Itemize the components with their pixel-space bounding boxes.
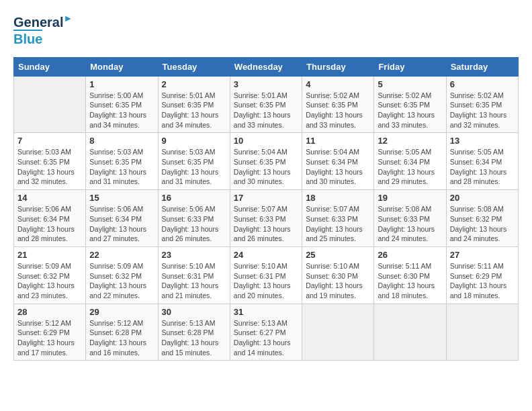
calendar-cell: 8Sunrise: 5:03 AMSunset: 6:35 PMDaylight… <box>86 133 158 190</box>
calendar-cell: 22Sunrise: 5:09 AMSunset: 6:32 PMDayligh… <box>86 246 158 304</box>
calendar-cell: 27Sunrise: 5:11 AMSunset: 6:29 PMDayligh… <box>446 246 518 304</box>
calendar-cell: 3Sunrise: 5:01 AMSunset: 6:35 PMDaylight… <box>230 76 302 133</box>
calendar-cell: 31Sunrise: 5:13 AMSunset: 6:27 PMDayligh… <box>230 304 302 361</box>
day-number: 1 <box>89 79 154 89</box>
calendar-cell: 14Sunrise: 5:06 AMSunset: 6:34 PMDayligh… <box>14 190 86 247</box>
day-info: Sunrise: 5:06 AMSunset: 6:34 PMDaylight:… <box>17 204 82 244</box>
day-number: 6 <box>450 79 515 89</box>
calendar-cell: 15Sunrise: 5:06 AMSunset: 6:34 PMDayligh… <box>86 190 158 247</box>
week-row-1: 1Sunrise: 5:00 AMSunset: 6:35 PMDaylight… <box>14 76 519 133</box>
day-info: Sunrise: 5:02 AMSunset: 6:35 PMDaylight:… <box>378 91 442 130</box>
day-number: 29 <box>89 307 154 317</box>
day-info: Sunrise: 5:06 AMSunset: 6:33 PMDaylight:… <box>162 204 226 244</box>
day-number: 25 <box>306 250 370 260</box>
calendar-cell <box>14 76 86 133</box>
calendar-cell: 23Sunrise: 5:10 AMSunset: 6:31 PMDayligh… <box>158 246 230 304</box>
calendar-cell <box>446 304 518 361</box>
day-header-friday: Friday <box>374 57 446 76</box>
day-header-sunday: Sunday <box>14 57 86 76</box>
day-info: Sunrise: 5:03 AMSunset: 6:35 PMDaylight:… <box>17 147 82 187</box>
calendar-cell: 5Sunrise: 5:02 AMSunset: 6:35 PMDaylight… <box>374 76 446 133</box>
header-row: SundayMondayTuesdayWednesdayThursdayFrid… <box>14 57 519 76</box>
page-header: General► Blue <box>13 13 519 46</box>
calendar-cell <box>302 304 374 361</box>
day-number: 28 <box>17 307 82 317</box>
calendar-cell: 6Sunrise: 5:02 AMSunset: 6:35 PMDaylight… <box>446 76 518 133</box>
day-info: Sunrise: 5:09 AMSunset: 6:32 PMDaylight:… <box>89 261 154 301</box>
day-info: Sunrise: 5:02 AMSunset: 6:35 PMDaylight:… <box>450 91 515 130</box>
week-row-5: 28Sunrise: 5:12 AMSunset: 6:29 PMDayligh… <box>14 304 519 361</box>
day-number: 19 <box>378 193 442 203</box>
logo-blue: Blue <box>13 30 42 46</box>
calendar-cell: 2Sunrise: 5:01 AMSunset: 6:35 PMDaylight… <box>158 76 230 133</box>
week-row-2: 7Sunrise: 5:03 AMSunset: 6:35 PMDaylight… <box>14 133 519 190</box>
day-info: Sunrise: 5:07 AMSunset: 6:33 PMDaylight:… <box>306 204 370 244</box>
day-number: 12 <box>378 136 442 146</box>
day-info: Sunrise: 5:03 AMSunset: 6:35 PMDaylight:… <box>162 147 226 187</box>
calendar-cell: 20Sunrise: 5:08 AMSunset: 6:32 PMDayligh… <box>446 190 518 247</box>
day-number: 3 <box>234 79 298 89</box>
day-info: Sunrise: 5:05 AMSunset: 6:34 PMDaylight:… <box>378 147 442 187</box>
day-info: Sunrise: 5:07 AMSunset: 6:33 PMDaylight:… <box>234 204 298 244</box>
logo: General► Blue <box>13 13 73 46</box>
calendar-cell: 9Sunrise: 5:03 AMSunset: 6:35 PMDaylight… <box>158 133 230 190</box>
calendar-cell: 21Sunrise: 5:09 AMSunset: 6:32 PMDayligh… <box>14 246 86 304</box>
day-info: Sunrise: 5:01 AMSunset: 6:35 PMDaylight:… <box>162 91 226 130</box>
calendar-cell <box>374 304 446 361</box>
calendar-cell: 28Sunrise: 5:12 AMSunset: 6:29 PMDayligh… <box>14 304 86 361</box>
day-number: 15 <box>89 193 154 203</box>
day-header-thursday: Thursday <box>302 57 374 76</box>
calendar-cell: 13Sunrise: 5:05 AMSunset: 6:34 PMDayligh… <box>446 133 518 190</box>
day-number: 31 <box>234 307 298 317</box>
day-header-monday: Monday <box>86 57 158 76</box>
calendar-cell: 29Sunrise: 5:12 AMSunset: 6:28 PMDayligh… <box>86 304 158 361</box>
day-number: 21 <box>17 250 82 260</box>
day-number: 27 <box>450 250 515 260</box>
day-number: 24 <box>234 250 298 260</box>
day-header-saturday: Saturday <box>446 57 518 76</box>
day-info: Sunrise: 5:11 AMSunset: 6:29 PMDaylight:… <box>450 261 515 301</box>
calendar-table: SundayMondayTuesdayWednesdayThursdayFrid… <box>13 57 519 361</box>
day-info: Sunrise: 5:04 AMSunset: 6:34 PMDaylight:… <box>306 147 370 187</box>
day-info: Sunrise: 5:13 AMSunset: 6:27 PMDaylight:… <box>234 318 298 358</box>
day-number: 4 <box>306 79 370 89</box>
day-number: 5 <box>378 79 442 89</box>
calendar-cell: 17Sunrise: 5:07 AMSunset: 6:33 PMDayligh… <box>230 190 302 247</box>
day-number: 30 <box>162 307 226 317</box>
day-info: Sunrise: 5:10 AMSunset: 6:31 PMDaylight:… <box>234 261 298 301</box>
day-info: Sunrise: 5:08 AMSunset: 6:33 PMDaylight:… <box>378 204 442 244</box>
calendar-cell: 18Sunrise: 5:07 AMSunset: 6:33 PMDayligh… <box>302 190 374 247</box>
day-info: Sunrise: 5:10 AMSunset: 6:31 PMDaylight:… <box>162 261 226 301</box>
day-number: 11 <box>306 136 370 146</box>
logo-general: General► <box>13 13 73 30</box>
day-info: Sunrise: 5:01 AMSunset: 6:35 PMDaylight:… <box>234 91 298 130</box>
day-number: 23 <box>162 250 226 260</box>
day-number: 10 <box>234 136 298 146</box>
day-info: Sunrise: 5:09 AMSunset: 6:32 PMDaylight:… <box>17 261 82 301</box>
day-info: Sunrise: 5:11 AMSunset: 6:30 PMDaylight:… <box>378 261 442 301</box>
day-info: Sunrise: 5:13 AMSunset: 6:28 PMDaylight:… <box>162 318 226 358</box>
day-number: 7 <box>17 136 82 146</box>
calendar-cell: 25Sunrise: 5:10 AMSunset: 6:30 PMDayligh… <box>302 246 374 304</box>
day-number: 26 <box>378 250 442 260</box>
day-number: 13 <box>450 136 515 146</box>
day-info: Sunrise: 5:05 AMSunset: 6:34 PMDaylight:… <box>450 147 515 187</box>
calendar-cell: 1Sunrise: 5:00 AMSunset: 6:35 PMDaylight… <box>86 76 158 133</box>
day-info: Sunrise: 5:02 AMSunset: 6:35 PMDaylight:… <box>306 91 370 130</box>
calendar-cell: 4Sunrise: 5:02 AMSunset: 6:35 PMDaylight… <box>302 76 374 133</box>
calendar-cell: 16Sunrise: 5:06 AMSunset: 6:33 PMDayligh… <box>158 190 230 247</box>
week-row-4: 21Sunrise: 5:09 AMSunset: 6:32 PMDayligh… <box>14 246 519 304</box>
day-number: 18 <box>306 193 370 203</box>
day-info: Sunrise: 5:04 AMSunset: 6:35 PMDaylight:… <box>234 147 298 187</box>
day-info: Sunrise: 5:12 AMSunset: 6:29 PMDaylight:… <box>17 318 82 358</box>
calendar-cell: 26Sunrise: 5:11 AMSunset: 6:30 PMDayligh… <box>374 246 446 304</box>
calendar-cell: 12Sunrise: 5:05 AMSunset: 6:34 PMDayligh… <box>374 133 446 190</box>
calendar-cell: 24Sunrise: 5:10 AMSunset: 6:31 PMDayligh… <box>230 246 302 304</box>
day-number: 17 <box>234 193 298 203</box>
calendar-cell: 7Sunrise: 5:03 AMSunset: 6:35 PMDaylight… <box>14 133 86 190</box>
day-number: 14 <box>17 193 82 203</box>
day-number: 9 <box>162 136 226 146</box>
week-row-3: 14Sunrise: 5:06 AMSunset: 6:34 PMDayligh… <box>14 190 519 247</box>
calendar-cell: 19Sunrise: 5:08 AMSunset: 6:33 PMDayligh… <box>374 190 446 247</box>
day-info: Sunrise: 5:10 AMSunset: 6:30 PMDaylight:… <box>306 261 370 301</box>
